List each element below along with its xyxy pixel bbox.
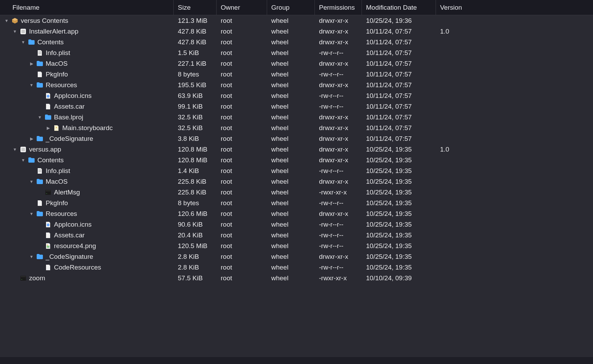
disclosure-triangle-icon[interactable]: ▼ (21, 158, 26, 163)
cell-owner: root (217, 71, 267, 78)
cell-group: wheel (267, 81, 315, 89)
table-row[interactable]: AppIcon.icns63.9 KiBrootwheel-rw-r--r--1… (0, 90, 593, 101)
table-row[interactable]: _zoom57.5 KiBrootwheel-rwxr-xr-x10/10/24… (0, 273, 593, 283)
cell-owner: root (217, 274, 267, 282)
column-header-owner[interactable]: Owner (217, 0, 267, 15)
cell-date: 10/25/24, 19:35 (362, 146, 436, 153)
footer-bar (0, 357, 593, 364)
table-row[interactable]: AppIcon.icns90.6 KiBrootwheel-rw-r--r--1… (0, 219, 593, 230)
column-header-group[interactable]: Group (267, 0, 315, 15)
cell-perm: -rwxr-xr-x (315, 274, 362, 282)
filename-label: MacOS (46, 178, 67, 185)
cell-perm: -rw-r--r-- (315, 199, 362, 207)
cell-perm: drwxr-xr-x (315, 60, 362, 67)
cell-owner: root (217, 264, 267, 271)
file-icon (36, 200, 44, 207)
table-row[interactable]: ▼Resources195.5 KiBrootwheeldrwxr-xr-x10… (0, 80, 593, 90)
table-row[interactable]: ▼Contents120.8 MiBrootwheeldrwxr-xr-x10/… (0, 155, 593, 165)
table-row[interactable]: ▶MacOS227.1 KiBrootwheeldrwxr-xr-x10/11/… (0, 58, 593, 69)
folder-icon (36, 60, 44, 67)
table-row[interactable]: _AlertMsg225.8 KiBrootwheel-rwxr-xr-x10/… (0, 187, 593, 198)
filename-label: AppIcon.icns (54, 221, 92, 228)
cell-size: 427.8 KiB (174, 38, 217, 46)
cell-owner: root (217, 242, 267, 250)
disclosure-triangle-icon[interactable]: ▼ (29, 254, 34, 259)
filename-label: Assets.car (54, 103, 85, 110)
cell-size: 90.6 KiB (174, 221, 217, 228)
column-header-size[interactable]: Size (174, 0, 217, 15)
table-row[interactable]: CodeResources2.8 KiBrootwheel-rw-r--r--1… (0, 262, 593, 273)
table-row[interactable]: resource4.png120.5 MiBrootwheel-rw-r--r-… (0, 240, 593, 251)
table-row[interactable]: ▶_CodeSignature3.8 KiBrootwheeldrwxr-xr-… (0, 133, 593, 144)
table-row[interactable]: ▼Contents427.8 KiBrootwheeldrwxr-xr-x10/… (0, 37, 593, 47)
cell-owner: root (217, 189, 267, 196)
table-row[interactable]: ▼MacOS225.8 KiBrootwheeldrwxr-xr-x10/25/… (0, 176, 593, 187)
table-row[interactable]: ▼versus.app120.8 MiBrootwheeldrwxr-xr-x1… (0, 144, 593, 155)
folder-icon (36, 178, 44, 185)
cell-date: 10/25/24, 19:35 (362, 253, 436, 261)
table-row[interactable]: Assets.car99.1 KiBrootwheel-rw-r--r--10/… (0, 101, 593, 112)
cell-date: 10/25/24, 19:35 (362, 199, 436, 207)
svg-point-14 (47, 224, 49, 226)
svg-text:_: _ (46, 192, 47, 194)
svg-rect-7 (21, 148, 25, 151)
cell-owner: root (217, 135, 267, 143)
cell-owner: root (217, 49, 267, 57)
cell-date: 10/25/24, 19:35 (362, 221, 436, 228)
disclosure-triangle-icon[interactable]: ▶ (29, 136, 34, 141)
cell-date: 10/25/24, 19:35 (362, 242, 436, 250)
table-row[interactable]: ▼InstallerAlert.app427.8 KiBrootwheeldrw… (0, 26, 593, 37)
cell-owner: root (217, 17, 267, 25)
disclosure-triangle-icon[interactable]: ▼ (37, 115, 42, 120)
cell-perm: drwxr-xr-x (315, 210, 362, 218)
table-row[interactable]: Assets.car20.4 KiBrootwheel-rw-r--r--10/… (0, 230, 593, 240)
cell-owner: root (217, 253, 267, 261)
cell-size: 63.9 KiB (174, 92, 217, 100)
table-row[interactable]: Info.plist1.5 KiBrootwheel-rw-r--r--10/1… (0, 47, 593, 58)
table-row[interactable]: ▼_CodeSignature2.8 KiBrootwheeldrwxr-xr-… (0, 251, 593, 262)
cell-group: wheel (267, 253, 315, 261)
disclosure-triangle-icon[interactable]: ▼ (29, 211, 34, 216)
cell-owner: root (217, 210, 267, 218)
table-row[interactable]: PkgInfo8 bytesrootwheel-rw-r--r--10/11/2… (0, 69, 593, 80)
table-row[interactable]: ▶Main.storyboardc32.5 KiBrootwheeldrwxr-… (0, 122, 593, 133)
file-tree-table: Filename Size Owner Group Permissions Mo… (0, 0, 593, 283)
cell-group: wheel (267, 242, 315, 250)
disclosure-triangle-icon[interactable]: ▼ (21, 40, 26, 45)
column-header-filename[interactable]: Filename (0, 0, 174, 15)
column-header-modification-date[interactable]: Modification Date (362, 0, 436, 15)
cell-group: wheel (267, 156, 315, 164)
cell-owner: root (217, 38, 267, 46)
disclosure-triangle-icon[interactable]: ▼ (12, 29, 17, 34)
cell-date: 10/11/24, 07:57 (362, 113, 436, 121)
table-row[interactable]: PkgInfo8 bytesrootwheel-rw-r--r--10/25/2… (0, 198, 593, 208)
cell-size: 1.5 KiB (174, 49, 217, 57)
table-row[interactable]: ▼Base.lproj32.5 KiBrootwheeldrwxr-xr-x10… (0, 112, 593, 122)
column-header-permissions[interactable]: Permissions (315, 0, 362, 15)
disclosure-triangle-icon[interactable]: ▶ (46, 126, 51, 130)
table-row[interactable]: ▼versus Contents121.3 MiBrootwheeldrwxr-… (0, 15, 593, 26)
cell-size: 32.5 KiB (174, 124, 217, 132)
cell-size: 1.4 KiB (174, 167, 217, 175)
folder-icon (36, 253, 44, 260)
cell-perm: -rw-r--r-- (315, 71, 362, 78)
cell-group: wheel (267, 49, 315, 57)
disclosure-triangle-icon[interactable]: ▼ (4, 18, 9, 23)
folder-icon (36, 210, 44, 217)
cell-ver: 1.0 (436, 28, 477, 35)
disclosure-triangle-icon[interactable]: ▼ (12, 147, 17, 152)
filename-label: versus Contents (21, 17, 68, 25)
table-row[interactable]: Info.plist1.4 KiBrootwheel-rw-r--r--10/2… (0, 165, 593, 176)
disclosure-triangle-icon[interactable]: ▶ (29, 61, 34, 66)
table-row[interactable]: ▼Resources120.6 MiBrootwheeldrwxr-xr-x10… (0, 208, 593, 219)
cell-group: wheel (267, 146, 315, 153)
cell-size: 120.6 MiB (174, 210, 217, 218)
cell-size: 32.5 KiB (174, 113, 217, 121)
disclosure-triangle-icon[interactable]: ▼ (29, 179, 34, 184)
column-header-version[interactable]: Version (436, 0, 477, 15)
cell-perm: -rw-r--r-- (315, 49, 362, 57)
cell-owner: root (217, 124, 267, 132)
disclosure-triangle-icon[interactable]: ▼ (29, 83, 34, 88)
cell-date: 10/11/24, 07:57 (362, 28, 436, 35)
filename-label: Base.lproj (54, 113, 83, 121)
